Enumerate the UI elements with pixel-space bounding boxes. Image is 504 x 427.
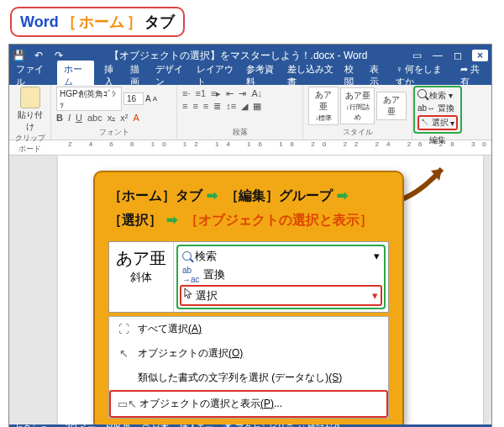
justify-icon[interactable]: ≣ — [213, 101, 221, 112]
callout-home: ホーム — [79, 12, 124, 32]
find-button[interactable]: 検索 ▾ — [180, 248, 382, 265]
editing-popout: あア亜 斜体 検索 ▾ ab→ac 置換 選択 ▾ — [108, 241, 389, 313]
chevron-down-icon: ▾ — [372, 289, 378, 302]
font-size-select[interactable]: 16 — [123, 92, 144, 105]
chevron-down-icon: ▾ — [450, 119, 454, 128]
font-name-select[interactable]: HGP創英角ｺﾞｼｯ — [56, 87, 122, 111]
group-label: スタイル — [308, 127, 407, 138]
group-label: フォント — [56, 127, 171, 138]
close-icon[interactable]: × — [472, 50, 488, 61]
group-label: 段落 — [182, 127, 297, 138]
group-styles: あア亜↓標準 あア亜↓行間詰め あア亜 スタイル — [303, 85, 412, 140]
align-left-icon[interactable]: ≡ — [182, 101, 187, 112]
align-right-icon[interactable]: ≡ — [203, 101, 208, 112]
word-window: 💾 ↶ ↷ 【オブジェクトの選択】をマスターしよう！.docx - Word ▭… — [8, 44, 492, 427]
maximize-icon[interactable]: ◻ — [452, 50, 464, 61]
replace-icon: ab→ac — [182, 266, 200, 284]
cursor-icon: ↖ — [116, 347, 131, 360]
line-spacing-icon[interactable]: ↕≡ — [226, 101, 236, 112]
document-area: ［ホーム］タブ➡ ［編集］グループ➡ ［選択］➡ ［オブジェクトの選択と表示］ … — [9, 156, 491, 424]
replace-button[interactable]: ab→ac 置換 — [180, 265, 382, 285]
group-label: クリップボード — [14, 133, 45, 155]
sort-icon[interactable]: A↓ — [251, 88, 262, 99]
select-all-icon: ⛶ — [116, 323, 131, 335]
shading-icon[interactable]: ◢ — [241, 101, 248, 112]
menu-select-similar[interactable]: 類似した書式の文字列を選択 (データなし)(S) — [109, 366, 388, 390]
save-icon[interactable]: 💾 — [13, 50, 24, 61]
minimize-icon[interactable]: — — [432, 50, 444, 61]
grow-font-icon[interactable]: A — [145, 94, 151, 103]
cursor-icon: ↖ — [421, 118, 429, 127]
group-paragraph: ≡· ≡1 ≡▸ ⇤ ⇥ A↓ ≡ ≡ ≡ ≣ ↕≡ ◢ ▦ 段落 — [177, 85, 303, 140]
indent-inc-icon[interactable]: ⇥ — [239, 88, 246, 99]
paste-label: 貼り付け — [14, 109, 45, 133]
select-button[interactable]: 選択 ▾ — [180, 285, 382, 306]
align-center-icon[interactable]: ≡ — [192, 101, 197, 112]
ribbon-options-icon[interactable]: ▭ — [412, 50, 423, 61]
paste-icon[interactable] — [20, 87, 40, 108]
style-tile[interactable]: あア亜 — [376, 92, 407, 120]
group-clipboard: 貼り付け クリップボード — [9, 85, 51, 140]
selection-pane-icon: ▭↖ — [118, 398, 133, 410]
find-button[interactable]: 検索 ▾ — [417, 89, 458, 102]
callout-tab: タブ — [144, 12, 175, 32]
italic-icon[interactable]: I — [68, 113, 71, 124]
instruction-text: ［ホーム］タブ➡ ［編集］グループ➡ ［選択］➡ ［オブジェクトの選択と表示］ — [108, 184, 389, 233]
search-icon — [417, 89, 427, 98]
cursor-icon — [184, 287, 192, 299]
font-color-icon[interactable]: A — [133, 113, 139, 124]
strike-icon[interactable]: abc — [87, 113, 102, 124]
menu-select-all[interactable]: ⛶ すべて選択(A) — [109, 317, 388, 341]
group-font: HGP創英角ｺﾞｼｯ 16 A A B I U abc x₂ x² A フォント — [51, 85, 177, 140]
style-tile[interactable]: あア亜↓行間詰め — [340, 87, 375, 124]
sup-icon[interactable]: x² — [120, 113, 128, 124]
search-icon — [182, 251, 192, 261]
indent-dec-icon[interactable]: ⇤ — [226, 88, 234, 99]
numbering-icon[interactable]: ≡1 — [195, 88, 206, 99]
menu-selection-pane[interactable]: ▭↖ オブジェクトの選択と表示(P)... — [109, 390, 388, 418]
sub-icon[interactable]: x₂ — [108, 113, 116, 124]
select-button[interactable]: ↖ 選択▾ — [417, 115, 458, 130]
multilevel-icon[interactable]: ≡▸ — [211, 88, 221, 99]
instruction-panel: ［ホーム］タブ➡ ［編集］グループ➡ ［選択］➡ ［オブジェクトの選択と表示］ … — [93, 171, 404, 424]
bullets-icon[interactable]: ≡· — [182, 88, 190, 99]
underline-icon[interactable]: U — [76, 113, 82, 124]
shrink-font-icon[interactable]: A — [153, 95, 157, 103]
page-callout: Word ［ ホーム ］ タブ — [10, 7, 185, 37]
editing-group-zoom: 検索 ▾ ab→ac 置換 選択 ▾ — [176, 245, 386, 309]
style-preview: あア亜 斜体 — [109, 242, 174, 312]
redo-icon[interactable]: ↷ — [53, 50, 65, 61]
menu-select-objects[interactable]: ↖ オブジェクトの選択(O) — [109, 341, 388, 366]
bold-icon[interactable]: B — [56, 113, 63, 124]
chevron-down-icon: ▾ — [374, 250, 380, 262]
bracket: ］ — [127, 12, 142, 32]
chevron-down-icon: ▾ — [449, 91, 453, 100]
menubar: ファイル ホーム 挿入 描画 デザイン レイアウト 参考資料 差し込み文書 校閲… — [9, 66, 491, 85]
window-title: 【オブジェクトの選択】をマスターしよう！.docx - Word — [65, 49, 412, 63]
group-label: 編集 — [412, 134, 463, 146]
replace-button[interactable]: ab↔ 置換 — [417, 103, 458, 114]
callout-word: Word — [20, 13, 59, 31]
undo-icon[interactable]: ↶ — [33, 50, 45, 61]
select-dropdown: ⛶ すべて選択(A) ↖ オブジェクトの選択(O) 類似した書式の文字列を選択 … — [108, 316, 389, 419]
replace-icon: ab↔ — [417, 103, 435, 113]
borders-icon[interactable]: ▦ — [253, 101, 261, 112]
bracket: ［ — [61, 12, 76, 32]
group-editing: 検索 ▾ ab↔ 置換 ↖ 選択▾ 編集 — [412, 85, 463, 140]
ribbon: 貼り付け クリップボード HGP創英角ｺﾞｼｯ 16 A A B I U abc… — [9, 85, 491, 140]
style-tile[interactable]: あア亜↓標準 — [308, 87, 339, 125]
